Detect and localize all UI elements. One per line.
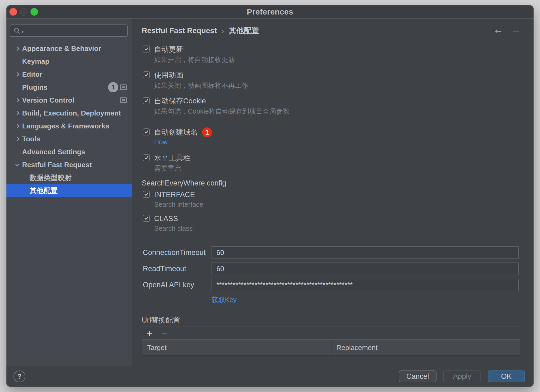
setting-0-label: 自动更新 <box>154 45 183 53</box>
sidebar-item-0[interactable]: Appearance & Behavior <box>6 42 132 55</box>
setting-2-description: 如果勾选，Cookie将自动保存到项目全局参数 <box>154 107 290 116</box>
table-toolbar: + − <box>142 327 520 340</box>
breadcrumb-separator-icon: › <box>222 27 224 35</box>
history-nav: ← → <box>493 24 521 35</box>
table-header-target[interactable]: Target <box>142 340 331 355</box>
chevron-right-icon[interactable] <box>15 124 20 128</box>
checkbox-checked[interactable] <box>143 191 150 198</box>
notification-badge: 1 <box>202 127 212 137</box>
breadcrumb-current: 其他配置 <box>229 26 259 36</box>
setting-0: 自动更新如果开启，将自动接收更新 <box>143 45 523 71</box>
back-arrow-icon[interactable]: ← <box>493 24 503 35</box>
setting-1-description: 如果关闭，动画图标将不再工作 <box>154 81 248 90</box>
update-count-badge: 1 <box>108 82 118 92</box>
checkbox-checked[interactable] <box>143 71 150 78</box>
sidebar-item-label: Editor <box>22 70 42 79</box>
table-header-replacement[interactable]: Replacement <box>331 340 520 355</box>
breadcrumb: Restful Fast Request › 其他配置 <box>142 26 259 36</box>
sidebar-item-5[interactable]: Build, Execution, Deployment <box>6 107 132 120</box>
chevron-right-icon[interactable] <box>15 137 20 141</box>
sidebar-item-label: Version Control <box>22 96 74 104</box>
sew-setting-1: CLASSSearch class <box>143 214 523 240</box>
sidebar-item-11[interactable]: 其他配置 <box>6 184 132 197</box>
checkbox-checked[interactable] <box>143 128 150 135</box>
settings-sidebar: ▾ Appearance & BehaviorKeymapEditorPlugi… <box>6 19 132 366</box>
monitor-icon <box>120 84 127 90</box>
sidebar-item-label: Languages & Frameworks <box>22 122 109 130</box>
window-title: Preferences <box>6 5 534 18</box>
apply-button[interactable]: Apply <box>443 370 481 382</box>
field-input-1[interactable] <box>212 262 519 275</box>
setting-3-link[interactable]: How <box>154 138 168 146</box>
setting-3-label: 自动创建域名 <box>154 128 198 136</box>
get-key-link[interactable]: 获取Key <box>212 295 237 304</box>
sidebar-item-label: Tools <box>22 135 40 143</box>
sidebar-item-10[interactable]: 数据类型映射 <box>6 171 132 184</box>
sidebar-search-box[interactable]: ▾ <box>10 24 128 37</box>
sidebar-item-4[interactable]: Version Control <box>6 94 132 107</box>
add-row-icon[interactable]: + <box>147 328 153 339</box>
setting-4: 水平工具栏需要重启 <box>143 154 523 180</box>
sidebar-item-label: 数据类型映射 <box>30 173 72 183</box>
sidebar-item-2[interactable]: Editor <box>6 68 132 81</box>
url-replace-table: + − Target Replacement <box>142 327 520 366</box>
checkbox-checked[interactable] <box>143 97 150 104</box>
sidebar-item-7[interactable]: Tools <box>6 132 132 145</box>
sidebar-item-label: 其他配置 <box>30 186 58 195</box>
settings-content: Restful Fast Request › 其他配置 ← → SearchEv… <box>132 19 534 366</box>
setting-0-description: 如果开启，将自动接收更新 <box>154 55 235 64</box>
sidebar-item-label: Keymap <box>22 57 49 66</box>
field-label-1: ReadTimeout <box>143 262 186 275</box>
field-input-0[interactable] <box>212 246 519 259</box>
sidebar-item-8[interactable]: Advanced Settings <box>6 145 132 158</box>
footer-buttons: Cancel Apply OK <box>399 370 534 382</box>
sidebar-item-6[interactable]: Languages & Frameworks <box>6 120 132 132</box>
setting-3: 自动创建域名1How <box>143 128 523 154</box>
sidebar-item-9[interactable]: Restful Fast Request <box>6 158 132 171</box>
setting-4-description: 需要重启 <box>154 164 181 173</box>
setting-1: 使用动画如果关闭，动画图标将不再工作 <box>143 71 523 97</box>
setting-2: 自动保存Cookie如果勾选，Cookie将自动保存到项目全局参数 <box>143 97 523 122</box>
dialog-footer: ? Cancel Apply OK <box>6 366 534 387</box>
forward-arrow-icon: → <box>511 24 521 35</box>
checkbox-checked[interactable] <box>143 46 150 52</box>
setting-2-label: 自动保存Cookie <box>154 97 206 105</box>
main-area: ▾ Appearance & BehaviorKeymapEditorPlugi… <box>6 19 534 366</box>
ok-button[interactable]: OK <box>488 370 525 382</box>
help-button[interactable]: ? <box>13 370 25 382</box>
sew-setting-0-label: INTERFACE <box>154 191 195 199</box>
sidebar-item-label: Plugins <box>22 83 47 92</box>
search-icon <box>13 27 20 34</box>
sidebar-item-label: Build, Execution, Deployment <box>22 109 121 117</box>
cancel-button[interactable]: Cancel <box>399 370 437 382</box>
checkbox-checked[interactable] <box>143 215 150 222</box>
sidebar-item-3[interactable]: Plugins1 <box>6 81 132 94</box>
table-header-row: Target Replacement <box>142 340 520 356</box>
field-label-0: ConnectionTimeout <box>143 246 206 259</box>
sew-setting-0: INTERFACESearch interface <box>143 190 523 216</box>
sidebar-item-label: Advanced Settings <box>22 148 85 156</box>
search-options-caret-icon[interactable]: ▾ <box>22 29 24 34</box>
chevron-right-icon[interactable] <box>15 98 20 102</box>
sidebar-item-label: Appearance & Behavior <box>22 44 101 53</box>
sidebar-item-1[interactable]: Keymap <box>6 55 132 68</box>
title-bar: Preferences <box>6 5 534 19</box>
chevron-right-icon[interactable] <box>15 46 20 51</box>
setting-1-label: 使用动画 <box>154 71 183 79</box>
chevron-down-icon[interactable] <box>15 162 20 166</box>
search-everywhere-section-title: SearchEveryWhere config <box>142 179 226 187</box>
setting-4-label: 水平工具栏 <box>154 154 191 162</box>
sew-setting-1-label: CLASS <box>154 215 178 223</box>
monitor-icon <box>120 97 127 103</box>
field-input-2[interactable] <box>212 279 519 291</box>
search-input[interactable] <box>25 27 127 35</box>
sew-setting-0-description: Search interface <box>154 201 203 208</box>
chevron-right-icon[interactable] <box>15 111 20 115</box>
remove-row-icon: − <box>161 328 167 339</box>
breadcrumb-root[interactable]: Restful Fast Request <box>142 26 217 35</box>
checkbox-checked[interactable] <box>143 154 150 161</box>
preferences-window: Preferences ▾ Appearance & BehaviorKeyma… <box>6 5 534 387</box>
sew-setting-1-description: Search class <box>154 225 193 232</box>
sidebar-item-label: Restful Fast Request <box>22 161 92 169</box>
chevron-right-icon[interactable] <box>15 72 20 76</box>
